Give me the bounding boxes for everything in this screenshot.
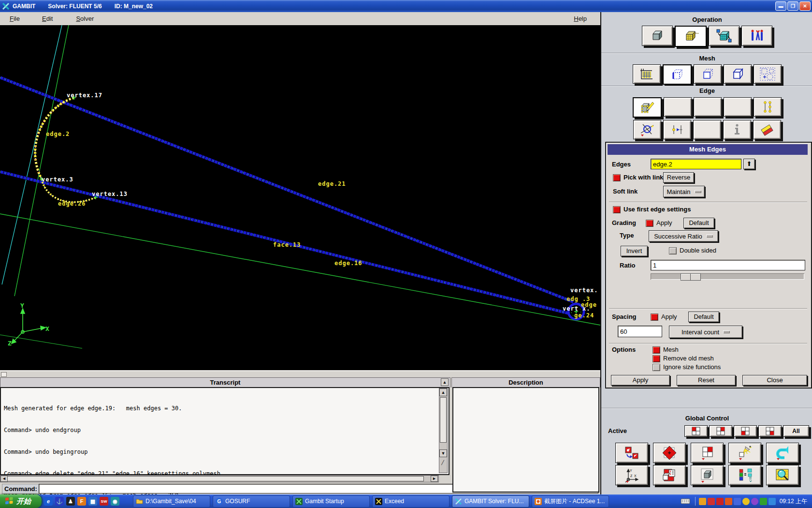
edge-spacing-button[interactable] bbox=[663, 120, 691, 139]
edge-blank-1-button[interactable] bbox=[664, 97, 692, 117]
edge-link-button[interactable] bbox=[754, 97, 782, 117]
spacing-input[interactable] bbox=[618, 326, 662, 337]
soft-link-dropdown[interactable]: Maintain bbox=[663, 186, 705, 197]
op-zones-button[interactable] bbox=[709, 26, 740, 46]
quicklaunch-globe-icon[interactable]: ◉ bbox=[111, 497, 119, 506]
task-gambit-startup[interactable]: Gambit Startup bbox=[292, 495, 370, 508]
task-acdsee[interactable]: 截屏图片 - ACDSee 1... bbox=[532, 495, 609, 508]
remove-old-mesh-checkbox[interactable] bbox=[652, 355, 660, 362]
start-button[interactable]: 开始 bbox=[0, 494, 42, 508]
menu-solver[interactable]: Solver bbox=[73, 14, 97, 23]
task-exceed[interactable]: Exceed bbox=[372, 495, 450, 508]
quicklaunch-gosurf-icon[interactable]: ⚓ bbox=[55, 497, 64, 506]
edges-input[interactable] bbox=[651, 159, 741, 169]
mesh-face-button[interactable] bbox=[694, 64, 722, 84]
grading-default-button[interactable]: Default bbox=[683, 218, 714, 228]
gc-fit-to-window-button[interactable] bbox=[653, 443, 686, 463]
clock[interactable]: 09:12 上午 bbox=[780, 497, 807, 506]
double-sided-checkbox[interactable] bbox=[669, 247, 677, 254]
quicklaunch-sw-icon[interactable]: SW bbox=[100, 497, 108, 506]
invert-button[interactable]: Invert bbox=[621, 246, 648, 256]
menu-edit[interactable]: Edit bbox=[39, 14, 56, 23]
menu-file[interactable]: File bbox=[7, 14, 23, 23]
tray-icon-1[interactable] bbox=[699, 498, 706, 505]
transcript-hscrollbar[interactable]: ◄ ► bbox=[0, 475, 439, 482]
mesh-checkbox[interactable] bbox=[652, 346, 660, 354]
tray-icon-6[interactable] bbox=[742, 498, 750, 505]
scroll-down-icon[interactable]: ▼ bbox=[439, 449, 447, 457]
pick-with-links-checkbox[interactable] bbox=[613, 174, 621, 181]
ignore-size-functions-checkbox[interactable] bbox=[652, 364, 660, 371]
tray-icon-3[interactable] bbox=[716, 498, 724, 505]
tray-icon-7[interactable] bbox=[751, 498, 758, 505]
task-gambit-save-folder[interactable]: D:\Gambit_Save\04 bbox=[133, 495, 210, 508]
active-all-button[interactable]: All bbox=[783, 425, 809, 437]
apply-button[interactable]: Apply bbox=[611, 375, 670, 386]
gc-attributes-button[interactable] bbox=[653, 465, 686, 485]
scroll-right-icon[interactable]: ► bbox=[431, 476, 438, 482]
use-first-edge-checkbox[interactable] bbox=[613, 206, 621, 213]
ratio-input[interactable] bbox=[651, 260, 805, 270]
minimize-button[interactable]: ▬ bbox=[775, 1, 786, 11]
tray-icon-8[interactable] bbox=[760, 498, 767, 505]
splitter-handle-icon[interactable] bbox=[1, 372, 7, 377]
grading-type-dropdown[interactable]: Successive Ratio bbox=[649, 230, 718, 242]
edge-erase-button[interactable] bbox=[753, 120, 781, 139]
spacing-default-button[interactable]: Default bbox=[688, 312, 719, 322]
tray-icon-5[interactable] bbox=[734, 498, 741, 505]
gc-axis-button[interactable]: Y Z X bbox=[615, 465, 648, 485]
scroll-up-icon[interactable]: ▲ bbox=[439, 388, 447, 396]
pane-resize-icon[interactable]: ╱ bbox=[439, 459, 446, 466]
grading-apply-checkbox[interactable] bbox=[646, 220, 653, 227]
restore-button[interactable]: ❐ bbox=[787, 1, 798, 11]
task-gambit-solver[interactable]: GAMBIT Solver: FLU... bbox=[452, 495, 529, 508]
close-window-button[interactable]: ✕ bbox=[799, 1, 811, 11]
spacing-apply-checkbox[interactable] bbox=[651, 314, 658, 321]
reset-button[interactable]: Reset bbox=[677, 375, 736, 386]
quicklaunch-ie-icon[interactable]: e bbox=[44, 497, 53, 506]
mesh-group-button[interactable] bbox=[754, 64, 782, 84]
mesh-volume-button[interactable] bbox=[724, 64, 752, 84]
transcript-vscrollbar[interactable]: ▲ ▼ ╱ bbox=[439, 388, 448, 473]
quicklaunch-flashget-icon[interactable]: F bbox=[77, 497, 86, 506]
edge-blank-3-button[interactable] bbox=[724, 97, 752, 117]
menu-help[interactable]: Help bbox=[571, 14, 590, 23]
tray-icon-9[interactable] bbox=[768, 498, 776, 505]
edge-blank-2-button[interactable] bbox=[694, 97, 722, 117]
close-button[interactable]: Close bbox=[742, 375, 807, 386]
ratio-slider[interactable] bbox=[651, 273, 804, 280]
graphics-viewport[interactable]: vertex.17 edge.2 vertex.3 vertex.13 edge… bbox=[0, 25, 600, 370]
gc-legend-button[interactable] bbox=[728, 465, 761, 485]
quicklaunch-spark-icon[interactable]: ♟ bbox=[66, 497, 75, 506]
edge-blank-4-button[interactable] bbox=[693, 120, 721, 139]
quicklaunch-desktop-icon[interactable]: ▦ bbox=[88, 497, 97, 506]
active-quadrant-3-button[interactable] bbox=[734, 425, 757, 437]
edge-mesh-tool-button[interactable] bbox=[633, 97, 662, 118]
transcript-collapse-arrow-icon[interactable]: ▲ bbox=[441, 378, 449, 386]
transcript-pane[interactable]: Mesh generated for edge edge.19: mesh ed… bbox=[0, 387, 450, 475]
mesh-blayer-button[interactable] bbox=[633, 64, 661, 84]
reverse-button[interactable]: Reverse bbox=[663, 172, 694, 183]
mesh-edge-button[interactable] bbox=[663, 64, 692, 85]
vscroll-thumb[interactable] bbox=[440, 397, 447, 443]
tray-icon-4[interactable] bbox=[725, 498, 732, 505]
op-mesh-button[interactable] bbox=[675, 26, 707, 47]
gc-select-quadrant-button[interactable] bbox=[691, 443, 724, 463]
tray-icon-2[interactable] bbox=[708, 498, 715, 505]
op-geometry-button[interactable] bbox=[642, 26, 673, 46]
scroll-left-icon[interactable]: ◄ bbox=[0, 476, 8, 482]
pane-splitter[interactable] bbox=[0, 371, 600, 377]
gc-examine-mesh-button[interactable] bbox=[766, 465, 799, 485]
gc-render-button[interactable] bbox=[691, 465, 724, 485]
hscroll-thumb[interactable] bbox=[7, 476, 424, 481]
op-tools-button[interactable] bbox=[741, 26, 772, 46]
edge-smooth-button[interactable] bbox=[633, 120, 661, 139]
keyboard-tray-icon[interactable] bbox=[681, 498, 690, 505]
active-quadrant-1-button[interactable] bbox=[684, 425, 708, 437]
active-quadrant-4-button[interactable] bbox=[758, 425, 782, 437]
edges-pick-arrow-button[interactable]: ⬆ bbox=[743, 159, 755, 169]
gc-orient-button[interactable] bbox=[615, 443, 648, 463]
gc-undo-button[interactable] bbox=[766, 443, 799, 463]
gc-light-button[interactable] bbox=[728, 443, 761, 463]
active-quadrant-2-button[interactable] bbox=[709, 425, 732, 437]
